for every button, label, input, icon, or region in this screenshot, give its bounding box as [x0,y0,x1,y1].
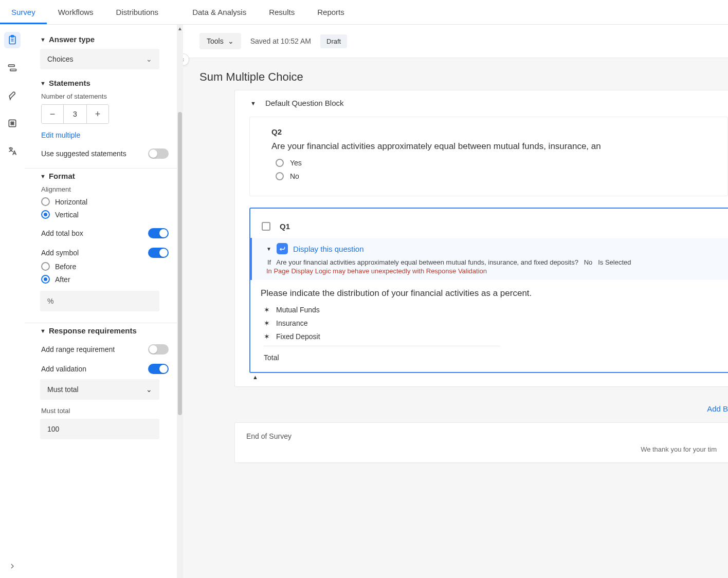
add-validation-toggle[interactable] [148,364,169,374]
symbol-value: % [47,297,53,305]
question-select-checkbox[interactable] [262,222,270,231]
scroll-thumb[interactable] [178,112,182,415]
section-statements[interactable]: ▼ Statements [40,79,169,87]
choice-label: Yes [290,159,302,167]
look-feel-icon[interactable] [4,87,21,104]
add-symbol-toggle[interactable] [148,248,169,258]
display-logic-condition: If Are your financial activities approxi… [267,258,721,266]
chevron-down-icon: ⌄ [228,37,234,45]
caret-down-icon: ▼ [40,173,46,179]
validation-type-dropdown[interactable]: Must total ⌄ [40,379,159,400]
add-validation-label: Add validation [41,365,86,373]
section-answer-type[interactable]: ▼ Answer type [40,35,169,44]
caret-down-icon: ▼ [40,328,46,334]
tab-workflows[interactable]: Workflows [47,0,105,24]
question-card-q1[interactable]: Q1 ▼ Display this question If Are [249,208,728,373]
icon-rail [0,25,25,578]
svg-rect-4 [9,65,15,66]
add-total-box-label: Add total box [41,229,83,237]
add-block-link[interactable]: Add B [234,404,728,413]
radio-icon [41,275,50,284]
svg-rect-5 [10,69,16,71]
svg-rect-6 [9,120,15,126]
logic-collapse-icon[interactable]: ▼ [266,246,271,252]
suggested-statements-toggle[interactable] [148,148,169,159]
stepper-decrement[interactable]: − [42,105,63,123]
tab-survey[interactable]: Survey [0,0,47,24]
section-response-requirements[interactable]: ▼ Response requirements [40,326,169,335]
flow-icon[interactable] [4,60,21,76]
end-of-survey-block[interactable]: End of Survey We thank you for your tim [234,422,728,463]
canvas-toolbar: Tools ⌄ Saved at 10:52 AM Draft [183,25,728,58]
svg-point-10 [12,123,14,125]
end-of-survey-message: We thank you for your tim [246,445,717,453]
add-range-toggle[interactable] [148,344,169,355]
edit-multiple-link[interactable]: Edit multiple [41,131,169,139]
question-text[interactable]: Please indicate the distribution of your… [261,288,728,299]
logic-if-body: Are your financial activities approximat… [276,258,578,266]
question-number: Q1 [280,222,290,231]
caret-down-icon: ▼ [40,80,46,86]
radio-label: Horizontal [55,198,87,206]
options-icon[interactable] [4,115,21,132]
sidebar-scrollbar[interactable]: ▲ [177,25,183,578]
tab-distributions[interactable]: Distributions [105,0,170,24]
svg-point-8 [12,122,14,123]
number-statements-label: Number of statements [41,92,169,100]
display-logic-title[interactable]: Display this question [293,245,364,253]
symbol-input[interactable]: % [40,291,159,311]
radio-icon [276,159,284,167]
radio-icon [276,172,284,180]
radio-icon [41,197,50,206]
alignment-horizontal[interactable]: Horizontal [41,197,169,206]
section-heading: Answer type [49,35,95,44]
display-logic-warning: In Page Display Logic may behave unexpec… [266,267,721,275]
symbol-before[interactable]: Before [41,262,169,271]
canvas: ‹ Tools ⌄ Saved at 10:52 AM Draft Sum Mu… [183,25,728,578]
choice-yes[interactable]: Yes [276,159,727,167]
question-number: Q2 [271,127,727,136]
display-logic-box: ▼ Display this question If Are your fina… [250,238,728,280]
statement-row[interactable]: ✶ Mutual Funds [264,306,728,314]
saved-status: Saved at 10:52 AM [250,37,311,45]
statement-label: Insurance [276,319,307,327]
statement-row[interactable]: ✶ Fixed Deposit [264,332,728,341]
block-name[interactable]: Default Question Block [265,99,344,107]
translations-icon[interactable] [4,143,21,159]
radio-icon [41,262,50,271]
alignment-vertical[interactable]: Vertical [41,210,169,219]
add-symbol-label: Add symbol [41,249,79,257]
caret-down-icon: ▼ [40,36,46,43]
tools-button[interactable]: Tools ⌄ [199,33,241,49]
choice-no[interactable]: No [276,172,727,180]
star-icon: ✶ [264,332,270,341]
add-total-box-toggle[interactable] [148,228,169,238]
survey-builder-icon[interactable] [4,32,21,48]
logic-if-prefix: If [267,258,271,266]
must-total-input[interactable]: 100 [40,419,159,439]
tab-reports[interactable]: Reports [306,0,356,24]
svg-point-7 [11,122,12,123]
stepper-value[interactable]: 3 [63,105,87,123]
logic-if-answer: No [584,258,593,266]
question-text: Are your financial activities approximat… [271,141,727,152]
section-heading: Format [49,172,75,180]
alignment-label: Alignment [41,185,169,193]
scroll-up-icon[interactable]: ▲ [177,25,183,32]
draft-badge: Draft [320,34,347,48]
statements-stepper: − 3 + [41,104,109,124]
statement-row[interactable]: ✶ Insurance [264,319,728,327]
block-collapse-icon[interactable]: ▼ [250,100,256,106]
tab-data-analysis[interactable]: Data & Analysis [181,0,258,24]
end-of-survey-title: End of Survey [246,432,717,440]
question-card-q2[interactable]: Q2 Are your financial activities approxi… [249,117,728,196]
stepper-increment[interactable]: + [87,105,108,123]
tools-label: Tools [207,37,224,45]
tab-results[interactable]: Results [258,0,306,24]
answer-type-dropdown[interactable]: Choices ⌄ [40,49,159,69]
section-format[interactable]: ▼ Format [40,172,169,180]
rail-expand-icon[interactable] [8,562,16,572]
insert-question-icon[interactable]: ▲ [252,374,728,380]
radio-label: After [55,275,70,284]
symbol-after[interactable]: After [41,275,169,284]
